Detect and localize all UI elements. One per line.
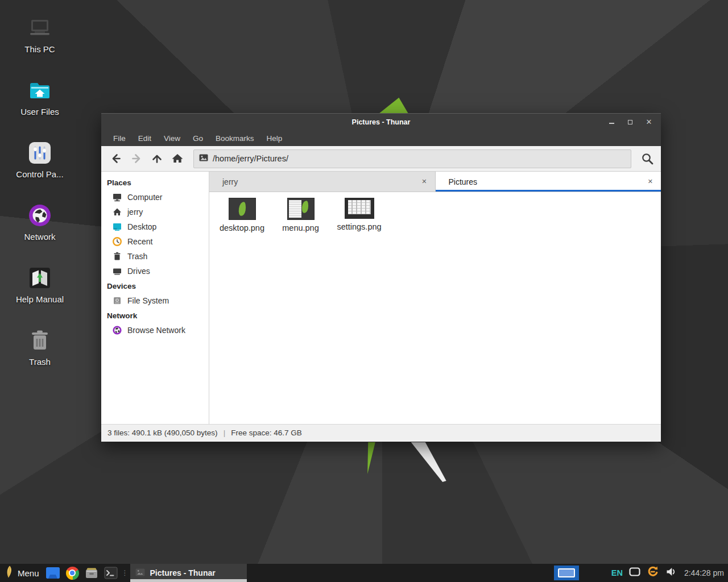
- sidebar-item-computer[interactable]: Computer: [101, 190, 209, 205]
- thumbnail-settings: [345, 198, 374, 218]
- status-separator: |: [224, 429, 226, 437]
- thumbnail-menu: [288, 198, 314, 219]
- desktop-icon: [112, 222, 122, 232]
- desktop-icon-control-pa[interactable]: Control Pa...: [10, 140, 69, 197]
- file-menu-png[interactable]: menu.png: [271, 198, 330, 232]
- volume-icon[interactable]: [665, 567, 677, 579]
- home-button[interactable]: [167, 149, 188, 168]
- menu-label: Menu: [18, 568, 39, 578]
- minimize-icon: [609, 123, 614, 124]
- up-button[interactable]: [147, 149, 167, 168]
- computer-icon: [112, 192, 122, 202]
- menu-edit[interactable]: Edit: [132, 130, 158, 146]
- sidebar-header-devices: Devices: [101, 278, 209, 293]
- desktop-icon-this-pc[interactable]: This PC: [10, 15, 69, 72]
- task-button-thunar[interactable]: Pictures - Thunar: [130, 564, 247, 582]
- maximize-button[interactable]: [626, 114, 634, 130]
- wallpaper-green-shard-top: [379, 97, 408, 114]
- menu-bookmarks[interactable]: Bookmarks: [209, 130, 260, 146]
- menu-button[interactable]: Menu: [0, 564, 44, 582]
- desktop-icon-label: Trash: [29, 357, 51, 367]
- path-text: /home/jerry/Pictures/: [213, 154, 288, 163]
- image-file-icon: [199, 153, 208, 164]
- window-controls: ✕: [607, 114, 653, 130]
- trash-icon: [112, 251, 122, 261]
- thispc-icon: [27, 15, 53, 41]
- sidebar-item-desktop[interactable]: Desktop: [101, 219, 209, 234]
- wallpaper-white-shard: [410, 442, 447, 482]
- helpmanual-icon: [27, 265, 53, 291]
- archive-launcher[interactable]: [84, 566, 100, 580]
- update-tray-icon[interactable]: [647, 566, 659, 580]
- desktop-icon-label: User Files: [20, 107, 59, 117]
- display-tray-icon[interactable]: [629, 567, 640, 579]
- path-bar[interactable]: /home/jerry/Pictures/: [193, 149, 631, 168]
- window-titlebar[interactable]: Pictures - Thunar ✕: [101, 113, 661, 130]
- file-name: menu.png: [271, 223, 330, 232]
- forward-button[interactable]: [126, 149, 147, 168]
- tab-pictures[interactable]: Pictures✕: [436, 172, 661, 192]
- sidebar-item-trash[interactable]: Trash: [101, 249, 209, 264]
- filesystem-icon: [112, 296, 122, 306]
- desktop-icon-label: Help Manual: [16, 294, 64, 304]
- file-view[interactable]: desktop.pngmenu.pngsettings.png: [209, 192, 661, 424]
- chrome-launcher[interactable]: [65, 566, 80, 580]
- sidebar-header-places: Places: [101, 175, 209, 190]
- file-name: settings.png: [330, 222, 388, 231]
- file-desktop-png[interactable]: desktop.png: [213, 198, 271, 232]
- task-label: Pictures - Thunar: [150, 568, 216, 577]
- language-indicator[interactable]: EN: [611, 568, 623, 577]
- terminal-launcher[interactable]: [104, 566, 119, 580]
- sidebar-item-label: Drives: [127, 267, 150, 276]
- back-button[interactable]: [106, 149, 126, 168]
- sidebar-item-label: jerry: [127, 207, 143, 217]
- system-tray: EN 2:44:28 pm: [554, 566, 728, 580]
- trash-desktop-icon: [27, 327, 53, 354]
- sidebar-item-jerry[interactable]: jerry: [101, 205, 209, 219]
- menu-view[interactable]: View: [158, 130, 187, 146]
- desktop-icon-trash[interactable]: Trash: [10, 327, 69, 384]
- sidebar-item-label: Desktop: [127, 222, 156, 231]
- tab-jerry[interactable]: jerry✕: [209, 172, 436, 192]
- minimize-button[interactable]: [607, 114, 615, 130]
- window-toolbar: /home/jerry/Pictures/: [101, 146, 661, 172]
- sidebar-item-drives[interactable]: Drives: [101, 264, 209, 278]
- thunar-task-icon: [135, 568, 145, 578]
- tab-bar: jerry✕Pictures✕: [209, 172, 661, 192]
- desktop-icon-network[interactable]: Network: [10, 202, 69, 259]
- window-menubar: FileEditViewGoBookmarksHelp: [101, 130, 661, 146]
- workspace-switcher[interactable]: [554, 566, 579, 580]
- sidebar-item-label: Trash: [127, 252, 147, 261]
- free-space: Free space: 46.7 GB: [231, 429, 302, 437]
- desktop-icon-label: Control Pa...: [16, 169, 63, 179]
- controlpanel-icon: [27, 140, 53, 166]
- places-sidebar: PlacesComputerjerryDesktopRecentTrashDri…: [101, 172, 209, 424]
- files-summary: 3 files: 490.1 kB (490,050 bytes): [107, 429, 218, 437]
- taskbar: Menu ⋮ Pictures - Thunar EN 2:44:28 pm: [0, 564, 728, 582]
- home-icon: [112, 207, 122, 217]
- clock[interactable]: 2:44:28 pm: [684, 568, 724, 577]
- tab-close-icon[interactable]: ✕: [421, 178, 427, 185]
- sidebar-item-recent[interactable]: Recent: [101, 234, 209, 249]
- sidebar-item-label: Computer: [127, 193, 162, 202]
- menu-file[interactable]: File: [107, 130, 132, 146]
- search-button[interactable]: [636, 149, 659, 168]
- close-button[interactable]: ✕: [645, 114, 653, 130]
- desktop-icon-user-files[interactable]: User Files: [10, 77, 69, 134]
- wallpaper-green-shard-bottom: [366, 442, 377, 474]
- sidebar-item-label: Browse Network: [127, 326, 185, 335]
- recent-icon: [112, 236, 122, 247]
- menu-help[interactable]: Help: [260, 130, 289, 146]
- workspace-window: [558, 568, 575, 577]
- sidebar-item-file-system[interactable]: File System: [101, 293, 209, 308]
- file-manager-launcher[interactable]: [46, 566, 61, 580]
- desktop-icon-help-manual[interactable]: Help Manual: [10, 265, 69, 322]
- tab-close-icon[interactable]: ✕: [648, 178, 653, 185]
- userfiles-icon: [27, 77, 53, 103]
- file-settings-png[interactable]: settings.png: [330, 198, 388, 231]
- close-icon: ✕: [646, 118, 652, 126]
- tab-label: Pictures: [449, 177, 478, 186]
- sidebar-item-browse-network[interactable]: Browse Network: [101, 323, 209, 338]
- maximize-icon: [628, 120, 632, 124]
- menu-go[interactable]: Go: [187, 130, 209, 146]
